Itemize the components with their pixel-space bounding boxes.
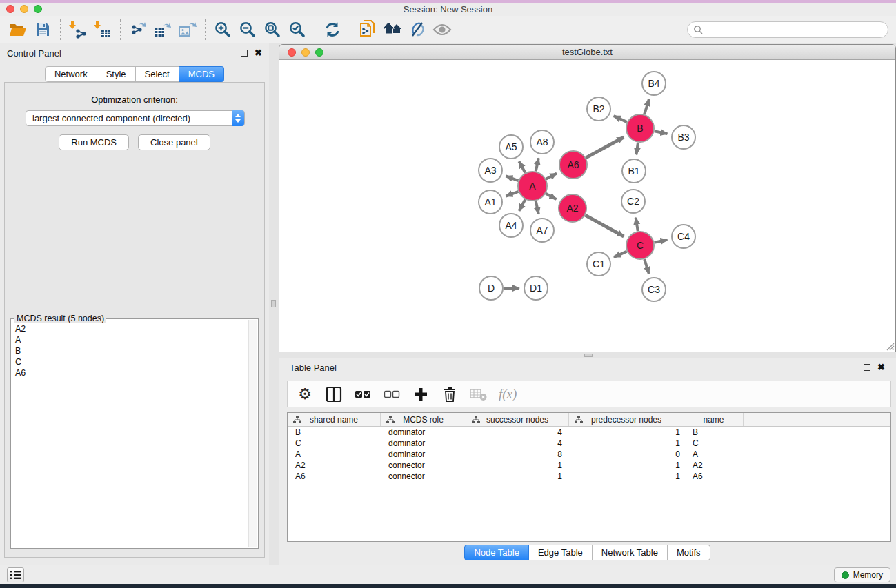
- home-icon[interactable]: [380, 19, 405, 41]
- export-table-icon[interactable]: [150, 19, 175, 41]
- splitter-grip-icon[interactable]: [271, 300, 276, 307]
- graph-edge-C-C1[interactable]: [614, 252, 627, 258]
- graph-edge-A-A2[interactable]: [546, 194, 556, 199]
- maximize-window-icon[interactable]: [34, 5, 42, 13]
- zoom-in-icon[interactable]: [210, 19, 235, 41]
- zoom-selected-icon[interactable]: [285, 19, 310, 41]
- vertical-splitter[interactable]: [269, 43, 279, 565]
- graph-edge-A6-B[interactable]: [586, 137, 624, 158]
- task-history-button[interactable]: [7, 567, 24, 582]
- import-table-icon[interactable]: [90, 19, 115, 41]
- graph-node-A5[interactable]: A5: [499, 135, 523, 159]
- export-network-icon[interactable]: [126, 19, 150, 41]
- splitter-grip-icon[interactable]: [584, 354, 593, 357]
- result-scrollbar[interactable]: [248, 320, 257, 547]
- column-header-name[interactable]: name: [684, 413, 744, 426]
- graph-edge-A-A8[interactable]: [536, 158, 539, 171]
- graph-node-C3[interactable]: C3: [642, 278, 666, 301]
- add-column-icon[interactable]: [412, 385, 430, 404]
- graph-edge-B-B1[interactable]: [636, 143, 638, 154]
- close-panel-icon[interactable]: ✖: [877, 364, 885, 371]
- table-row[interactable]: A2connector11A2: [288, 460, 890, 471]
- column-header-shared-name[interactable]: shared name: [288, 413, 381, 426]
- graph-node-D1[interactable]: D1: [524, 276, 548, 300]
- zoom-out-icon[interactable]: [235, 19, 260, 41]
- float-panel-icon[interactable]: [241, 50, 248, 57]
- result-item[interactable]: A2: [15, 323, 254, 334]
- search-field[interactable]: [687, 21, 888, 38]
- show-graphics-details-icon[interactable]: [405, 19, 430, 41]
- tab-edge-table[interactable]: Edge Table: [529, 545, 593, 560]
- graph-node-C2[interactable]: C2: [621, 190, 645, 213]
- graph-node-A8[interactable]: A8: [530, 130, 554, 154]
- eye-icon[interactable]: [430, 19, 455, 41]
- graph-node-B1[interactable]: B1: [622, 159, 646, 183]
- graph-edge-A2-C[interactable]: [585, 215, 624, 236]
- tab-network-table[interactable]: Network Table: [593, 545, 668, 560]
- tab-select[interactable]: Select: [136, 66, 179, 82]
- graph-edge-B-B3[interactable]: [655, 131, 668, 134]
- criterion-dropdown[interactable]: largest connected component (directed): [26, 110, 245, 126]
- close-panel-button[interactable]: Close panel: [138, 134, 210, 150]
- tab-network[interactable]: Network: [45, 66, 97, 82]
- result-item[interactable]: C: [15, 356, 254, 367]
- delete-column-icon[interactable]: [441, 385, 459, 404]
- column-layout-icon[interactable]: [325, 385, 343, 404]
- gear-icon[interactable]: ⚙: [296, 385, 314, 404]
- graph-node-C[interactable]: C: [626, 232, 654, 259]
- network-graph[interactable]: AA1A2A3A4A5A6A7A8BB1B2B3B4CC1C2C3C4DD1: [279, 61, 895, 352]
- graph-node-C4[interactable]: C4: [672, 225, 695, 248]
- result-item[interactable]: A: [15, 334, 254, 345]
- graph-edge-A-A5[interactable]: [519, 161, 525, 173]
- graph-edge-A-A4[interactable]: [519, 199, 525, 211]
- network-canvas[interactable]: AA1A2A3A4A5A6A7A8BB1B2B3B4CC1C2C3C4DD1: [279, 61, 895, 352]
- graph-edge-A-A7[interactable]: [536, 201, 539, 214]
- graph-node-B4[interactable]: B4: [642, 72, 666, 95]
- save-session-icon[interactable]: [30, 19, 55, 41]
- horizontal-splitter[interactable]: [279, 353, 896, 358]
- tab-mcds[interactable]: MCDS: [179, 66, 224, 82]
- graph-edge-A-A1[interactable]: [506, 192, 518, 196]
- table-row[interactable]: A6connector11A6: [288, 471, 890, 482]
- tab-node-table[interactable]: Node Table: [464, 545, 529, 560]
- deselect-all-icon[interactable]: [383, 385, 401, 404]
- run-mcds-button[interactable]: Run MCDS: [59, 134, 129, 150]
- graph-node-B2[interactable]: B2: [587, 97, 610, 121]
- graph-edge-A-A3[interactable]: [506, 176, 518, 181]
- graph-edge-A-A6[interactable]: [546, 174, 557, 179]
- table-row[interactable]: Bdominator41B: [288, 427, 890, 438]
- graph-node-A[interactable]: A: [518, 172, 547, 201]
- minimize-window-icon[interactable]: [20, 5, 28, 13]
- table-row[interactable]: Adominator80A: [288, 449, 890, 460]
- column-header-predecessor-nodes[interactable]: predecessor nodes: [569, 413, 684, 426]
- zoom-fit-icon[interactable]: [260, 19, 285, 41]
- column-header-MCDS-role[interactable]: MCDS role: [381, 413, 466, 426]
- graph-node-A4[interactable]: A4: [499, 214, 523, 237]
- graph-node-C1[interactable]: C1: [587, 252, 610, 276]
- graph-node-A2[interactable]: A2: [559, 194, 586, 222]
- select-all-icon[interactable]: [354, 385, 372, 404]
- graph-edge-B-B4[interactable]: [644, 99, 649, 114]
- maximize-network-icon[interactable]: [315, 48, 323, 57]
- graph-edge-C-C3[interactable]: [644, 259, 649, 274]
- graph-node-A6[interactable]: A6: [559, 151, 587, 179]
- result-item[interactable]: A6: [15, 367, 254, 378]
- graph-node-B[interactable]: B: [626, 114, 654, 142]
- graph-node-B3[interactable]: B3: [672, 125, 695, 149]
- table-row[interactable]: Cdominator41C: [288, 438, 890, 449]
- tab-style[interactable]: Style: [97, 66, 136, 82]
- graph-edge-B-B2[interactable]: [614, 116, 627, 122]
- close-network-icon[interactable]: [288, 48, 296, 57]
- import-network-icon[interactable]: [66, 19, 90, 41]
- minimize-network-icon[interactable]: [301, 48, 310, 57]
- graph-edge-C-C2[interactable]: [636, 218, 638, 232]
- export-image-icon[interactable]: [175, 19, 200, 41]
- graph-node-A3[interactable]: A3: [479, 159, 502, 182]
- close-window-icon[interactable]: [6, 5, 14, 13]
- resize-grip-icon[interactable]: [885, 341, 895, 351]
- column-header-successor-nodes[interactable]: successor nodes: [466, 413, 569, 426]
- graph-edge-C-C4[interactable]: [655, 240, 668, 243]
- graph-node-D[interactable]: D: [479, 276, 503, 300]
- tab-motifs[interactable]: Motifs: [668, 545, 710, 560]
- graph-node-A7[interactable]: A7: [530, 219, 554, 242]
